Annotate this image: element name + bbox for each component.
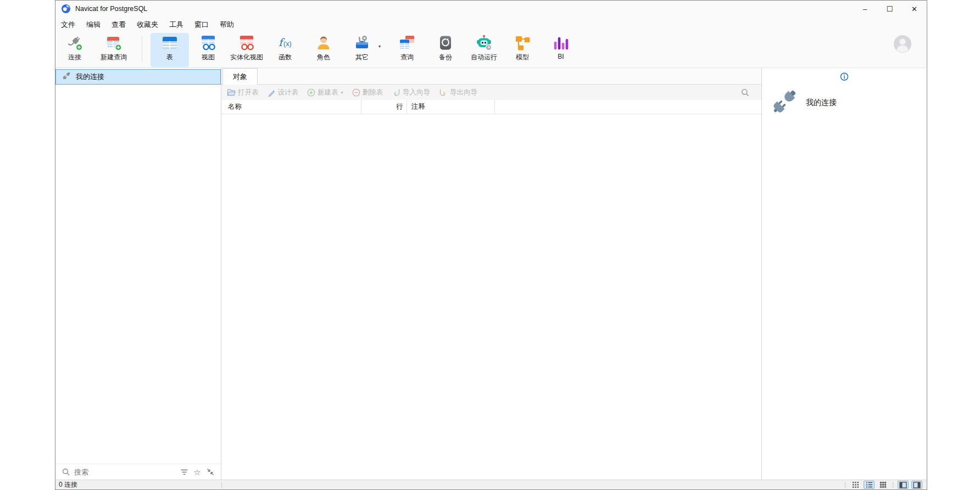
- connection-count: 0 连接: [55, 480, 77, 489]
- toolbar-bi[interactable]: BI: [542, 33, 580, 67]
- toggle-right-panel-button[interactable]: [911, 481, 922, 489]
- view-icon: [199, 34, 217, 52]
- info-panel: 我的连接: [761, 68, 927, 480]
- others-toolbox-icon: [353, 34, 371, 52]
- toolbar-others[interactable]: ▾ 其它: [343, 33, 381, 67]
- user-avatar[interactable]: [893, 34, 912, 54]
- function-icon: f (x): [276, 34, 294, 52]
- import-wizard-button[interactable]: 导入向导: [392, 88, 430, 97]
- new-table-dropdown-caret-icon[interactable]: ▾: [341, 90, 343, 95]
- object-toolbar: 打开表 设计表 新建表 ▾: [221, 85, 761, 100]
- import-arrow-icon: [392, 88, 400, 97]
- filter-icon[interactable]: [179, 467, 189, 477]
- menu-file[interactable]: 文件: [55, 17, 81, 32]
- toolbar-role[interactable]: 角色: [304, 33, 343, 67]
- toolbar-model-label: 模型: [516, 53, 529, 62]
- toolbar-backup-label: 备份: [439, 53, 452, 62]
- new-query-icon: [105, 34, 122, 52]
- backup-icon: [437, 34, 454, 52]
- toolbar-new-query-label: 新建查询: [101, 53, 127, 62]
- menu-help[interactable]: 帮助: [214, 17, 240, 32]
- favorites-star-icon[interactable]: ☆: [192, 467, 202, 477]
- export-wizard-button[interactable]: 导出向导: [439, 88, 477, 97]
- menu-tools[interactable]: 工具: [164, 17, 189, 32]
- menu-edit[interactable]: 编辑: [81, 17, 106, 32]
- sidebar-search-input[interactable]: [74, 468, 176, 476]
- query-icon: [398, 34, 416, 52]
- sidebar-item-my-connection[interactable]: 我的连接: [55, 69, 221, 85]
- toolbar-automation-label: 自动运行: [471, 53, 497, 62]
- connection-plug-icon: [66, 34, 83, 52]
- toolbar-materialized-view-label: 实体化视图: [230, 53, 263, 62]
- detail-view-button[interactable]: [877, 481, 888, 489]
- toolbar-connection[interactable]: 连接: [55, 33, 94, 67]
- object-tab-bar: 对象: [221, 68, 761, 85]
- plus-circle-icon: [307, 88, 315, 97]
- toolbar-query-label: 查询: [400, 53, 414, 62]
- toolbar-model[interactable]: 模型: [503, 33, 542, 67]
- info-icon[interactable]: [840, 73, 849, 83]
- svg-text:(x): (x): [283, 40, 292, 48]
- toolbar-table[interactable]: 表: [151, 33, 189, 67]
- statusbar-divider: [221, 482, 222, 488]
- open-folder-icon: [227, 88, 236, 96]
- object-list-header: 名称 行 注释: [221, 100, 761, 114]
- window-title: Navicat for PostgreSQL: [75, 5, 147, 13]
- object-list-empty-area: [221, 114, 761, 480]
- column-header-comment[interactable]: 注释: [407, 100, 495, 114]
- sidebar-empty-area: [55, 85, 221, 464]
- toolbar-query[interactable]: 查询: [388, 33, 426, 67]
- close-button[interactable]: ✕: [902, 1, 927, 17]
- navicat-logo-icon: [61, 4, 71, 14]
- search-icon: [61, 467, 71, 477]
- design-table-button[interactable]: 设计表: [268, 88, 299, 97]
- toggle-left-panel-button[interactable]: [898, 481, 909, 489]
- table-icon: [161, 34, 179, 52]
- info-panel-connection-label: 我的连接: [806, 98, 837, 108]
- role-person-icon: [315, 34, 332, 52]
- toolbar-new-query[interactable]: 新建查询: [94, 33, 133, 67]
- others-dropdown-caret-icon[interactable]: ▾: [378, 44, 381, 49]
- toolbar-function-label: 函数: [279, 53, 292, 62]
- tab-objects[interactable]: 对象: [222, 68, 258, 85]
- toolbar-connection-label: 连接: [68, 53, 81, 62]
- toolbar-separator: [142, 36, 142, 62]
- open-table-button[interactable]: 打开表: [227, 88, 259, 97]
- toolbar-function[interactable]: f (x) 函数: [266, 33, 304, 67]
- large-icons-view-button[interactable]: [850, 481, 861, 489]
- toolbar-view[interactable]: 视图: [189, 33, 227, 67]
- minimize-button[interactable]: –: [853, 1, 877, 17]
- collapse-all-icon[interactable]: [205, 467, 215, 477]
- workspace: 我的连接 ☆: [55, 68, 927, 480]
- new-table-button[interactable]: 新建表 ▾: [307, 88, 343, 97]
- toolbar-automation[interactable]: 自动运行: [465, 33, 503, 67]
- maximize-button[interactable]: ☐: [877, 1, 902, 17]
- object-search-icon[interactable]: [741, 88, 749, 97]
- plug-large-icon: [769, 86, 800, 120]
- model-icon: [514, 34, 531, 52]
- objects-pane: 对象 打开表 设计表: [221, 68, 761, 480]
- info-panel-connection: 我的连接: [769, 86, 837, 120]
- statusbar-separator: [893, 482, 893, 488]
- toolbar-backup[interactable]: 备份: [426, 33, 465, 67]
- sidebar-connection-label: 我的连接: [76, 72, 104, 82]
- column-header-name[interactable]: 名称: [221, 100, 361, 114]
- menu-window[interactable]: 窗口: [189, 17, 214, 32]
- pencil-icon: [268, 88, 276, 97]
- export-arrow-icon: [439, 88, 448, 97]
- menu-view[interactable]: 查看: [106, 17, 131, 32]
- delete-table-button[interactable]: 删除表: [352, 88, 383, 97]
- statusbar-separator: [845, 482, 845, 488]
- list-view-button[interactable]: [864, 481, 875, 489]
- statusbar-view-controls: [843, 480, 922, 489]
- toolbar-materialized-view[interactable]: 实体化视图: [227, 33, 266, 67]
- status-bar: 0 连接: [55, 480, 927, 489]
- automation-robot-icon: [475, 34, 493, 52]
- toolbar-table-label: 表: [166, 53, 173, 62]
- sidebar-search-bar: ☆: [55, 464, 221, 480]
- plug-icon: [62, 71, 71, 83]
- connections-sidebar: 我的连接 ☆: [55, 68, 221, 480]
- column-header-rows[interactable]: 行: [361, 100, 407, 114]
- menu-bar: 文件 编辑 查看 收藏夹 工具 窗口 帮助: [55, 17, 927, 32]
- menu-favorites[interactable]: 收藏夹: [131, 17, 164, 32]
